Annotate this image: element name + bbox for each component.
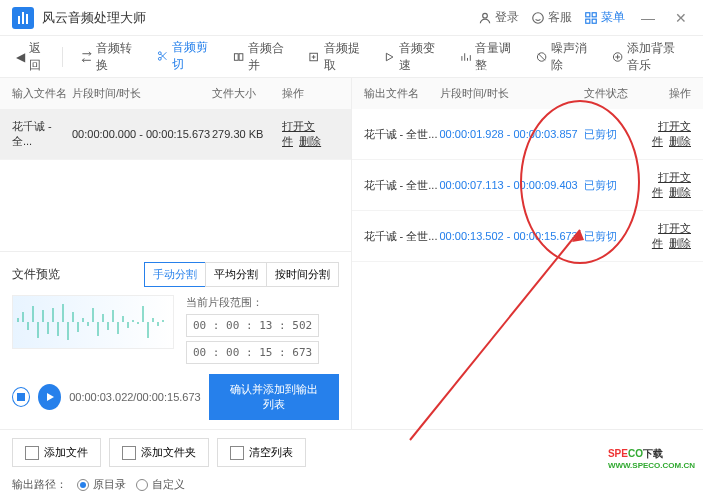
status-badge: 已剪切 <box>584 127 640 142</box>
delete-link[interactable]: 删除 <box>669 237 691 249</box>
clear-list-button[interactable]: 清空列表 <box>217 438 306 467</box>
tool-convert[interactable]: 音频转换 <box>73 34 143 80</box>
output-row[interactable]: 花千诚 - 全世...00:00:01.928 - 00:00:03.857已剪… <box>352 109 704 160</box>
svg-rect-9 <box>239 53 243 60</box>
end-time-input[interactable]: 00 : 00 : 15 : 673 <box>186 341 319 364</box>
output-path-label: 输出路径： <box>12 477 67 492</box>
seg-manual[interactable]: 手动分割 <box>144 262 206 287</box>
start-time-input[interactable]: 00 : 00 : 13 : 502 <box>186 314 319 337</box>
output-row[interactable]: 花千诚 - 全世...00:00:07.113 - 00:00:09.403已剪… <box>352 160 704 211</box>
toolbar: ◀ 返回 音频转换 音频剪切 音频合并 音频提取 音频变速 音量调整 噪声消除 … <box>0 36 703 78</box>
add-folder-button[interactable]: 添加文件夹 <box>109 438 209 467</box>
svg-rect-8 <box>234 53 238 60</box>
status-badge: 已剪切 <box>584 178 640 193</box>
trash-icon <box>230 446 244 460</box>
delete-link[interactable]: 删除 <box>299 135 321 147</box>
playback-time: 00:00:03.022/00:00:15.673 <box>69 391 201 403</box>
output-row[interactable]: 花千诚 - 全世...00:00:13.502 - 00:00:15.673已剪… <box>352 211 704 262</box>
tool-cut[interactable]: 音频剪切 <box>149 33 219 81</box>
delete-link[interactable]: 删除 <box>669 135 691 147</box>
svg-point-0 <box>483 13 488 18</box>
seg-time[interactable]: 按时间分割 <box>266 262 339 287</box>
add-file-button[interactable]: 添加文件 <box>12 438 101 467</box>
confirm-add-button[interactable]: 确认并添加到输出列表 <box>209 374 339 420</box>
tool-extract[interactable]: 音频提取 <box>300 34 370 80</box>
delete-link[interactable]: 删除 <box>669 186 691 198</box>
input-row[interactable]: 花千诚 - 全... 00:00:00.000 - 00:00:15.673 2… <box>0 109 351 160</box>
svg-point-1 <box>533 12 544 23</box>
folder-icon <box>122 446 136 460</box>
preview-title: 文件预览 <box>12 266 60 283</box>
minimize-button[interactable]: — <box>637 10 659 26</box>
radio-custom-dir[interactable]: 自定义 <box>136 477 185 492</box>
app-title: 风云音频处理大师 <box>42 9 146 27</box>
service-button[interactable]: 客服 <box>531 9 572 26</box>
svg-rect-43 <box>17 393 25 401</box>
svg-rect-4 <box>586 19 590 23</box>
input-table-header: 输入文件名 片段时间/时长 文件大小 操作 <box>0 78 351 109</box>
radio-original-dir[interactable]: 原目录 <box>77 477 126 492</box>
watermark: SPECO下载WWW.SPECO.COM.CN <box>608 447 695 470</box>
svg-rect-2 <box>586 12 590 16</box>
tool-merge[interactable]: 音频合并 <box>225 34 295 80</box>
file-icon <box>25 446 39 460</box>
svg-rect-3 <box>592 12 596 16</box>
login-button[interactable]: 登录 <box>478 9 519 26</box>
tool-bgm[interactable]: 添加背景音乐 <box>604 34 693 80</box>
svg-rect-5 <box>592 19 596 23</box>
waveform[interactable] <box>12 295 174 349</box>
output-table-header: 输出文件名 片段时间/时长 文件状态 操作 <box>352 78 704 109</box>
app-logo <box>12 7 34 29</box>
tool-denoise[interactable]: 噪声消除 <box>528 34 598 80</box>
stop-button[interactable] <box>12 387 30 407</box>
menu-button[interactable]: 菜单 <box>584 9 625 26</box>
preview-section: 文件预览 手动分割 平均分割 按时间分割 当前片段范围： 00 : 00 : 1… <box>0 251 351 430</box>
seg-average[interactable]: 平均分割 <box>205 262 267 287</box>
play-button[interactable] <box>38 384 61 410</box>
status-badge: 已剪切 <box>584 229 640 244</box>
close-button[interactable]: ✕ <box>671 10 691 26</box>
tool-volume[interactable]: 音量调整 <box>452 34 522 80</box>
footer: 添加文件 添加文件夹 清空列表 输出路径： 原目录 自定义 <box>0 429 703 500</box>
tool-speed[interactable]: 音频变速 <box>376 34 446 80</box>
titlebar: 风云音频处理大师 登录 客服 菜单 — ✕ <box>0 0 703 36</box>
back-button[interactable]: ◀ 返回 <box>10 36 52 78</box>
range-label: 当前片段范围： <box>186 295 339 310</box>
